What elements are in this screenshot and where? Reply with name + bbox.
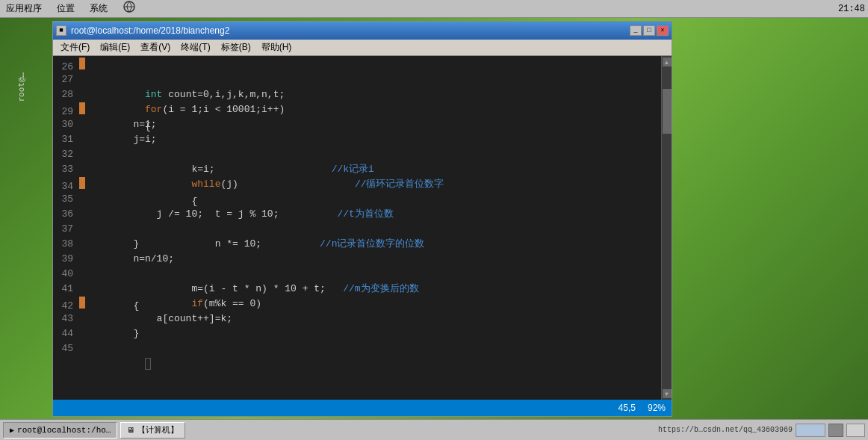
cursor-position: 45,5 — [619, 403, 636, 413]
menu-terminal[interactable]: 终端(T) — [176, 40, 214, 55]
zoom-level: 92% — [648, 403, 666, 413]
code-line-28: 28 for(i = 1;i < 10001;i++) — [53, 87, 661, 102]
code-line-26: 26 — [53, 58, 661, 72]
menu-view[interactable]: 查看(V) — [136, 40, 175, 55]
line-marker-29 — [79, 102, 85, 114]
taskbar-clock-area: 21:48 — [838, 4, 865, 14]
code-line-40: 40 m=(i - t * n) * 10 + t; //m为变换后的数 — [53, 267, 661, 282]
taskbar-menu-system[interactable]: 系统 — [87, 1, 111, 16]
code-line-35: 35 t = j % 10; //t为首位数 — [53, 192, 661, 207]
window-title: root@localhost:/home/2018/biancheng2 — [71, 25, 229, 36]
tray-box-2 — [828, 424, 843, 437]
window-menubar: 文件(F) 编辑(E) 查看(V) 终端(T) 标签(B) 帮助(H) — [53, 40, 672, 56]
cursor-block — [145, 358, 151, 370]
code-line-39: 39 n=n/10; — [53, 252, 661, 267]
window-icon: ■ — [56, 25, 66, 36]
code-line-33: 33 while(j) //循环记录首位数字 — [53, 162, 661, 177]
code-line-36: 36 j /= 10; — [53, 207, 661, 222]
scrollbar[interactable]: ▲ ▼ — [661, 56, 672, 400]
code-line-42: 42 { — [53, 297, 661, 312]
top-taskbar: 应用程序 位置 系统 21:48 — [0, 0, 868, 18]
close-button[interactable]: × — [657, 25, 669, 36]
code-line-34: 34 { — [53, 177, 661, 192]
code-line-31: 31 j=i; — [53, 132, 661, 147]
code-line-44: 44 } — [53, 326, 661, 341]
code-line-43: 43 a[count++]=k; — [53, 312, 661, 326]
scrollbar-thumb[interactable] — [663, 89, 672, 134]
line-marker-42 — [79, 297, 85, 309]
editor-body: 26 27 int count=0,i,j,k,m,n,t; 28 for(i … — [53, 56, 672, 400]
code-line-45: 45 — [53, 341, 661, 356]
code-line-41: 41 if(m%k == 0) — [53, 282, 661, 297]
code-area[interactable]: 26 27 int count=0,i,j,k,m,n,t; 28 for(i … — [53, 56, 661, 400]
terminal-icon: ▶ — [10, 426, 14, 435]
maximize-button[interactable]: □ — [643, 25, 655, 36]
editor-window: ■ root@localhost:/home/2018/biancheng2 _… — [52, 21, 672, 417]
code-line-32: 32 k=i; //k记录i — [53, 147, 661, 162]
code-line-27: 27 int count=0,i,j,k,m,n,t; — [53, 72, 661, 87]
window-titlebar: ■ root@localhost:/home/2018/biancheng2 _… — [53, 22, 672, 40]
side-label: root@… — [16, 72, 26, 102]
minimize-button[interactable]: _ — [630, 25, 642, 36]
window-controls: _ □ × — [630, 25, 669, 36]
taskbar-terminal-button[interactable]: ▶ root@localhost:/ho… — [3, 422, 117, 439]
menu-tags[interactable]: 标签(B) — [217, 40, 255, 55]
taskbar-menu-apps[interactable]: 应用程序 — [3, 1, 45, 16]
code-line-29: 29 { — [53, 102, 661, 117]
computer-icon: 🖥 — [127, 426, 134, 435]
menu-edit[interactable]: 编辑(E) — [96, 40, 134, 55]
status-bar: 45,5 92% — [53, 400, 672, 416]
tray-box-1 — [796, 424, 825, 437]
bottom-taskbar: ▶ root@localhost:/ho… 🖥 【计算机】 https://b…… — [0, 419, 868, 440]
code-line-38: 38 } — [53, 237, 661, 252]
scroll-up-button[interactable]: ▲ — [663, 58, 672, 66]
clock-time: 21:48 — [838, 4, 865, 14]
network-icon — [123, 0, 136, 17]
line-marker-26 — [79, 58, 85, 69]
scroll-down-button[interactable]: ▼ — [663, 389, 672, 398]
taskbar-computer-button[interactable]: 🖥 【计算机】 — [120, 422, 185, 439]
code-line-37: 37 n *= 10; //n记录首位数字的位数 — [53, 222, 661, 237]
taskbar-tray: https://b…csdn.net/qq_43603969 — [658, 424, 865, 437]
taskbar-menu-position[interactable]: 位置 — [54, 1, 78, 16]
line-marker-34 — [79, 177, 85, 189]
code-line-30: 30 n=1; — [53, 117, 661, 132]
url-hint: https://b…csdn.net/qq_43603969 — [658, 426, 793, 434]
menu-file[interactable]: 文件(F) — [56, 40, 94, 55]
tray-box-3 — [846, 424, 865, 437]
menu-help[interactable]: 帮助(H) — [257, 40, 297, 55]
